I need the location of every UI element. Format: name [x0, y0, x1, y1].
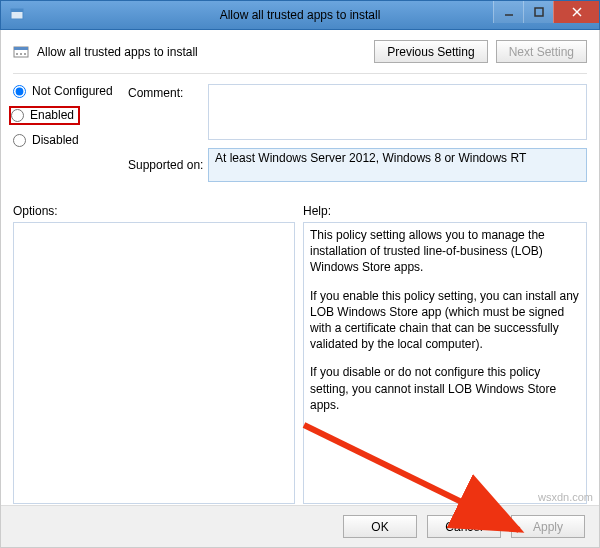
help-panel[interactable]: This policy setting allows you to manage… [303, 222, 587, 504]
help-paragraph: If you enable this policy setting, you c… [310, 288, 580, 353]
ok-button[interactable]: OK [343, 515, 417, 538]
panel-labels: Options: Help: [13, 204, 587, 218]
window-title: Allow all trusted apps to install [220, 8, 381, 22]
title-bar: Allow all trusted apps to install [0, 0, 600, 30]
radio-enabled[interactable]: Enabled [11, 108, 78, 123]
help-label: Help: [303, 204, 331, 218]
apply-button[interactable]: Apply [511, 515, 585, 538]
page-title: Allow all trusted apps to install [37, 45, 198, 59]
radio-enabled-input[interactable] [11, 109, 24, 122]
watermark: wsxdn.com [538, 491, 593, 503]
radio-not-configured-input[interactable] [13, 85, 26, 98]
divider [13, 73, 587, 74]
settings-grid: Not Configured Enabled Disabled Comment:… [13, 84, 587, 190]
svg-rect-3 [535, 8, 543, 16]
minimize-button[interactable] [493, 1, 523, 23]
state-radios: Not Configured Enabled Disabled [13, 84, 128, 147]
next-setting-button[interactable]: Next Setting [496, 40, 587, 63]
svg-point-9 [20, 53, 22, 55]
maximize-button[interactable] [523, 1, 553, 23]
svg-point-10 [24, 53, 26, 55]
app-icon [9, 7, 25, 23]
svg-rect-1 [11, 9, 23, 12]
radio-disabled[interactable]: Disabled [13, 133, 128, 147]
previous-setting-button[interactable]: Previous Setting [374, 40, 487, 63]
radio-not-configured-label: Not Configured [32, 84, 113, 98]
bottom-bar: OK Cancel Apply [1, 505, 599, 547]
comment-label: Comment: [128, 84, 208, 100]
help-paragraph: This policy setting allows you to manage… [310, 227, 580, 276]
options-label: Options: [13, 204, 303, 218]
policy-icon [13, 44, 29, 60]
radio-not-configured[interactable]: Not Configured [13, 84, 128, 98]
radio-enabled-label: Enabled [30, 108, 74, 122]
comment-textarea[interactable] [208, 84, 587, 140]
svg-point-8 [16, 53, 18, 55]
content-area: Allow all trusted apps to install Previo… [0, 30, 600, 548]
window-controls [493, 1, 599, 23]
supported-on-text: At least Windows Server 2012, Windows 8 … [208, 148, 587, 182]
radio-disabled-input[interactable] [13, 134, 26, 147]
help-paragraph: If you disable or do not configure this … [310, 364, 580, 413]
svg-rect-7 [14, 47, 28, 50]
nav-buttons: Previous Setting Next Setting [374, 40, 587, 63]
close-button[interactable] [553, 1, 599, 23]
header-row: Allow all trusted apps to install Previo… [13, 40, 587, 63]
options-panel[interactable] [13, 222, 295, 504]
panels: This policy setting allows you to manage… [13, 222, 587, 504]
radio-disabled-label: Disabled [32, 133, 79, 147]
supported-on-label: Supported on: [128, 158, 208, 172]
cancel-button[interactable]: Cancel [427, 515, 501, 538]
